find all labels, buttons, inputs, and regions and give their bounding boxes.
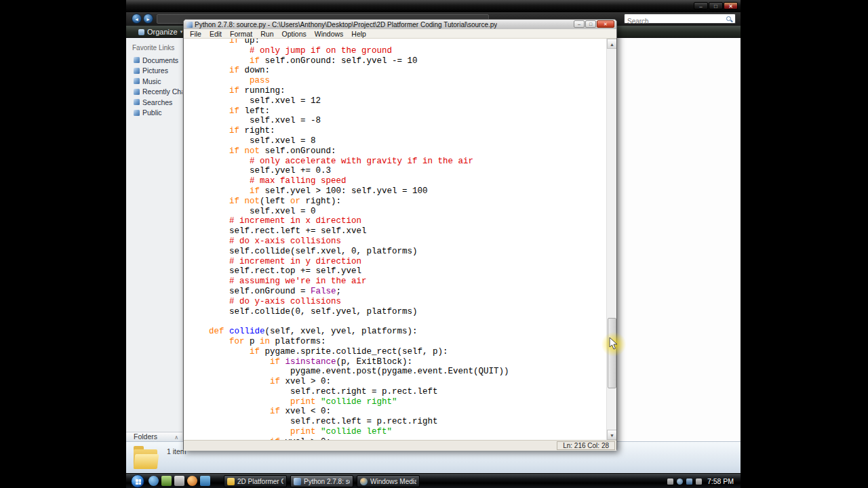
idle-window: Python 2.7.8: source.py - C:\Users\Antho… [183,19,617,450]
idle-menubar: File Edit Format Run Options Windows Hel… [184,29,616,39]
sidebar-item-pictures[interactable]: Pictures [126,66,182,77]
menu-run[interactable]: Run [256,30,277,38]
search-input[interactable] [625,18,721,26]
python-icon [294,478,301,485]
sidebar-item-searches[interactable]: Searches [126,97,182,108]
sidebar-item-recently-changed[interactable]: Recently Chan [126,87,182,98]
quick-launch [149,476,210,486]
explorer-caption-buttons: – □ ✕ [694,2,738,9]
taskbar-button-idle[interactable]: Python 2.7.8: source... [290,475,353,487]
forward-button[interactable]: ► [143,14,153,24]
quick-launch-icon-1[interactable] [149,476,159,486]
scrollbar-thumb[interactable] [608,318,616,388]
sidebar-item-label: Music [142,77,161,85]
favorite-links-header: Favorite Links [126,38,182,55]
sidebar-item-label: Searches [142,98,172,106]
explorer-titlebar: – □ ✕ [126,0,741,12]
idle-caption-buttons: – □ ✕ [574,20,614,28]
sidebar-item-label: Pictures [142,66,168,75]
taskbar-button-wmp[interactable]: Windows Media Pla... [357,475,420,487]
code-editor[interactable]: if up: # only jump if on the ground if s… [189,39,606,440]
search-icon [726,16,732,22]
tray-icon-2[interactable] [677,479,683,485]
sidebar-item-label: Documents [142,56,178,64]
scroll-down-icon[interactable]: ▼ [607,430,616,440]
sidebar-item-label: Recently Chan [142,87,182,96]
system-tray: 7:58 PM [667,474,734,488]
menu-windows[interactable]: Windows [311,30,348,38]
windows-logo-icon [136,479,138,482]
folders-label: Folders [134,432,157,441]
taskbar-button-label: Python 2.7.8: source... [304,478,350,485]
taskbar-button-label: Windows Media Pla... [370,478,416,485]
clock[interactable]: 7:58 PM [705,477,734,485]
recently-changed-icon [134,89,140,95]
menu-help[interactable]: Help [347,30,370,38]
minimize-button[interactable]: – [694,2,708,9]
back-button[interactable]: ◄ [132,14,142,24]
quick-launch-icon-3[interactable] [174,476,184,486]
vertical-scrollbar[interactable]: ▲ ▼ [606,39,616,440]
taskbar-button-explorer[interactable]: 2D Platformer Codi... [224,475,287,487]
music-icon [134,78,140,84]
code-area: if up: # only jump if on the ground if s… [184,39,616,440]
menu-format[interactable]: Format [226,30,256,38]
network-icon[interactable] [686,479,692,485]
pictures-icon [134,68,140,74]
media-player-icon [360,478,368,485]
desktop: – □ ✕ ◄ ► Organize ▾ [126,0,741,488]
idle-app-icon [186,22,193,28]
tray-icon-1[interactable] [667,479,673,485]
folder-icon [227,478,235,485]
idle-window-title: Python 2.7.8: source.py - C:\Users\Antho… [195,21,497,28]
menu-file[interactable]: File [186,30,205,38]
minimize-button[interactable]: – [574,20,585,28]
organize-label: Organize [147,28,178,36]
close-button[interactable]: ✕ [597,20,614,28]
search-box[interactable] [624,14,736,24]
maximize-button[interactable]: □ [709,2,723,9]
public-icon [134,110,140,116]
volume-icon[interactable] [696,479,702,485]
idle-statusbar: Ln: 216 Col: 28 [184,440,616,451]
sidebar-item-music[interactable]: Music [126,76,182,87]
menu-edit[interactable]: Edit [205,30,226,38]
scroll-up-icon[interactable]: ▲ [607,39,616,49]
cursor-position: Ln: 216 Col: 28 [557,441,615,450]
start-button[interactable] [131,474,144,488]
maximize-button[interactable]: □ [585,20,596,28]
video-frame: – □ ✕ ◄ ► Organize ▾ [0,0,868,488]
quick-launch-icon-5[interactable] [200,476,210,486]
documents-icon [134,57,140,63]
organize-icon [138,29,144,35]
task-buttons: 2D Platformer Codi... Python 2.7.8: sour… [224,475,420,487]
menu-options[interactable]: Options [278,30,311,38]
close-button[interactable]: ✕ [724,2,738,9]
sidebar-item-label: Public [142,108,162,117]
idle-titlebar[interactable]: Python 2.7.8: source.py - C:\Users\Antho… [184,20,616,29]
navigation-pane: Favorite Links Documents Pictures Music [126,38,183,441]
quick-launch-icon-2[interactable] [161,476,172,486]
sidebar-item-public[interactable]: Public [126,108,182,119]
taskbar-button-label: 2D Platformer Codi... [237,478,283,485]
folders-bar[interactable]: Folders ∧ [126,432,182,441]
sidebar-item-documents[interactable]: Documents [126,55,182,66]
chevron-down-icon: ▾ [180,29,183,35]
folder-icon [133,445,159,472]
taskbar: 2D Platformer Codi... Python 2.7.8: sour… [126,473,741,488]
organize-button[interactable]: Organize ▾ [136,27,185,37]
searches-icon [134,99,140,105]
quick-launch-icon-4[interactable] [187,476,197,486]
